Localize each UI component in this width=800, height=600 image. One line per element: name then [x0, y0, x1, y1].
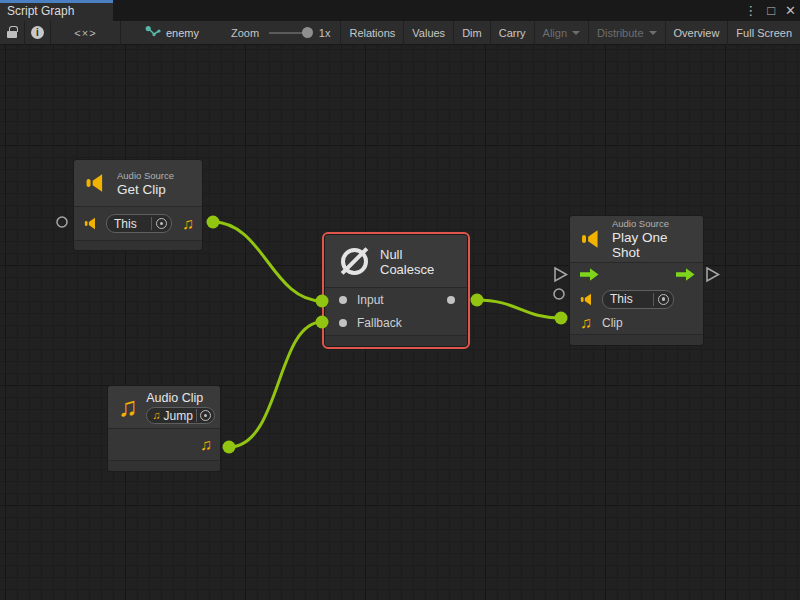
graph-icon — [145, 26, 161, 39]
this-field[interactable]: This — [106, 214, 172, 233]
control-output-arrow-icon[interactable] — [676, 268, 695, 281]
tab-bar: Script Graph ⋮ □ ✕ — [0, 0, 800, 21]
target-picker-icon[interactable] — [156, 218, 167, 229]
node-play-one-shot[interactable]: Audio Source Play One Shot This — [570, 216, 703, 345]
node-audio-clip[interactable]: ♫ Audio Clip ♫ Jump ♫ — [108, 386, 220, 471]
node-get-clip[interactable]: Audio Source Get Clip This ♫ — [74, 160, 202, 250]
port-label: Clip — [602, 316, 623, 330]
target-picker-icon[interactable] — [200, 410, 211, 421]
code-view-button[interactable]: <×> — [51, 21, 120, 45]
node-port-row: This ♫ — [74, 206, 202, 240]
node-port-row: This — [570, 286, 703, 312]
toolbar-buttons: Relations Values Dim Carry Align Distrib… — [340, 21, 800, 45]
node-port-row: Fallback — [325, 311, 467, 335]
target-picker-icon[interactable] — [658, 294, 669, 305]
control-input-arrow-icon[interactable] — [580, 268, 599, 281]
values-button[interactable]: Values — [404, 21, 453, 45]
audio-source-icon — [84, 173, 108, 193]
node-footer — [108, 460, 220, 471]
chevron-down-icon — [649, 31, 657, 35]
tab-script-graph[interactable]: Script Graph — [0, 0, 113, 21]
code-icon: <×> — [74, 27, 96, 39]
node-title: Null Coalesce — [380, 247, 459, 277]
control-flow-row — [570, 262, 703, 286]
info-button[interactable]: i — [25, 21, 50, 45]
dim-button[interactable]: Dim — [454, 21, 490, 45]
node-footer — [570, 334, 703, 345]
zoom-slider-handle[interactable] — [302, 27, 313, 38]
audio-source-icon — [580, 229, 603, 249]
overview-button[interactable]: Overview — [666, 21, 728, 45]
window-controls: ⋮ □ ✕ — [744, 0, 796, 21]
port-label: Fallback — [357, 316, 402, 330]
node-category: Audio Source — [612, 218, 695, 229]
node-footer — [74, 240, 202, 250]
fallback-port[interactable] — [339, 319, 347, 327]
lock-button[interactable] — [0, 21, 24, 45]
node-category: Audio Source — [117, 170, 174, 181]
this-field[interactable]: This — [602, 290, 674, 309]
fullscreen-button[interactable]: Full Screen — [728, 21, 800, 45]
variable-field[interactable]: ♫ Jump — [146, 407, 215, 424]
node-title: Audio Clip — [146, 391, 215, 405]
script-graph-window: Script Graph ⋮ □ ✕ i <×> enemy — [0, 0, 800, 600]
maximize-icon[interactable]: □ — [767, 0, 775, 21]
null-coalesce-icon — [341, 248, 368, 275]
tab-title: Script Graph — [7, 4, 74, 18]
input-port[interactable] — [339, 296, 347, 304]
node-port-row: ♫ — [108, 428, 220, 460]
graph-name: enemy — [166, 27, 199, 39]
toolbar: i <×> enemy Zoom 1x Relations Values — [0, 21, 800, 45]
audio-clip-port-icon[interactable]: ♫ — [182, 216, 194, 232]
separator — [120, 21, 121, 45]
chevron-down-icon — [572, 31, 580, 35]
audio-source-icon — [580, 293, 594, 306]
node-title: Play One Shot — [612, 230, 695, 260]
node-title: Get Clip — [117, 182, 174, 197]
audio-clip-icon: ♫ — [118, 394, 138, 421]
node-port-row: ♫ Clip — [570, 312, 703, 334]
zoom-slider[interactable] — [269, 32, 311, 34]
distribute-dropdown[interactable]: Distribute — [589, 21, 664, 45]
graph-reference[interactable]: enemy — [145, 26, 199, 39]
close-icon[interactable]: ✕ — [785, 0, 796, 21]
zoom-value: 1x — [319, 27, 331, 39]
audio-clip-port-icon[interactable]: ♫ — [200, 437, 212, 453]
node-header[interactable]: Audio Source Get Clip — [74, 160, 202, 206]
node-header[interactable]: ♫ Audio Clip ♫ Jump — [108, 386, 220, 428]
info-icon: i — [31, 26, 44, 39]
menu-icon[interactable]: ⋮ — [744, 0, 757, 21]
lock-icon — [7, 31, 17, 38]
node-null-coalesce[interactable]: Null Coalesce Input Fallback — [325, 235, 467, 346]
node-port-row: Input — [325, 287, 467, 311]
zoom-label: Zoom — [231, 27, 259, 39]
audio-clip-port-icon[interactable]: ♫ — [580, 315, 592, 331]
carry-button[interactable]: Carry — [491, 21, 534, 45]
align-dropdown[interactable]: Align — [535, 21, 588, 45]
relations-button[interactable]: Relations — [341, 21, 403, 45]
node-footer — [325, 335, 467, 346]
port-label: Input — [357, 293, 384, 307]
audio-source-icon — [84, 217, 98, 230]
output-port[interactable] — [447, 296, 455, 304]
note-icon: ♫ — [152, 410, 160, 421]
node-header[interactable]: Null Coalesce — [325, 235, 467, 287]
node-header[interactable]: Audio Source Play One Shot — [570, 216, 703, 262]
